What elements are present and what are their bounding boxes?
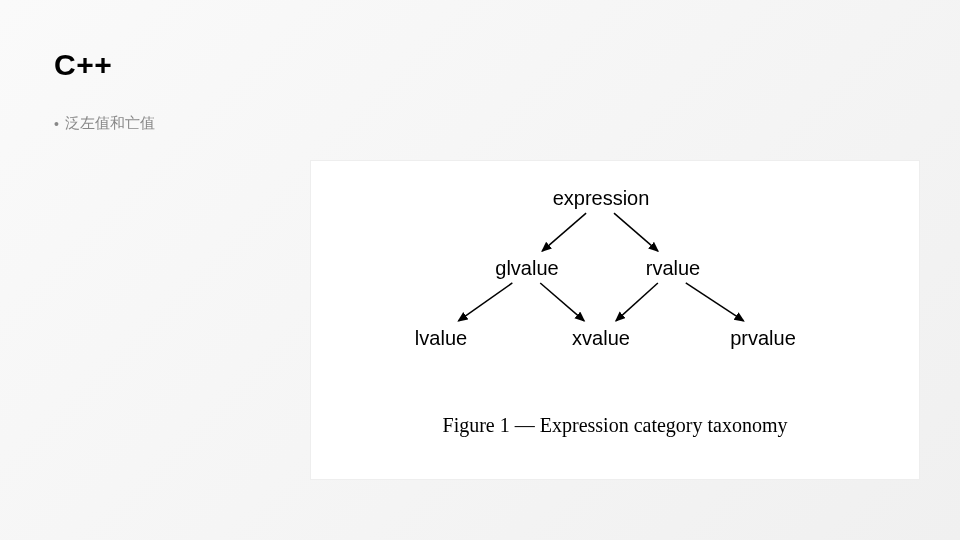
page-title: C++ — [54, 48, 112, 82]
diagram-tree: expression glvalue rvalue lvalue xvalue … — [311, 161, 919, 381]
diagram-panel: expression glvalue rvalue lvalue xvalue … — [310, 160, 920, 480]
node-glvalue: glvalue — [495, 257, 558, 280]
svg-line-1 — [614, 213, 658, 251]
node-expression: expression — [553, 187, 650, 210]
svg-line-2 — [459, 283, 513, 321]
bullet-item: • 泛左值和亡值 — [54, 114, 155, 133]
bullet-dot-icon: • — [54, 116, 59, 132]
node-prvalue: prvalue — [730, 327, 796, 350]
svg-line-3 — [540, 283, 584, 321]
node-xvalue: xvalue — [572, 327, 630, 350]
diagram-caption: Figure 1 — Expression category taxonomy — [311, 414, 919, 437]
node-rvalue: rvalue — [646, 257, 700, 280]
node-lvalue: lvalue — [415, 327, 467, 350]
svg-line-4 — [616, 283, 658, 321]
svg-line-0 — [542, 213, 586, 251]
bullet-text: 泛左值和亡值 — [65, 114, 155, 133]
svg-line-5 — [686, 283, 744, 321]
